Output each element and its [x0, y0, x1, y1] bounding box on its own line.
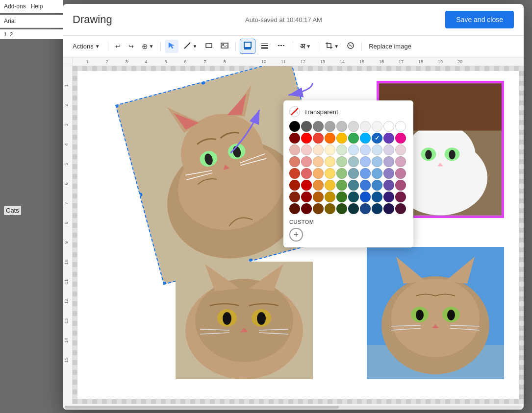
color-swatch[interactable]	[325, 180, 335, 191]
actions-button[interactable]: Actions ▼	[69, 41, 104, 52]
canvas[interactable]: Transparent CUSTOM +	[73, 66, 524, 404]
color-swatch[interactable]	[383, 121, 394, 132]
addons-menu[interactable]: Add-ons	[4, 3, 26, 10]
color-swatch[interactable]	[313, 203, 324, 214]
adjust-button[interactable]	[344, 40, 357, 53]
color-swatch[interactable]	[360, 192, 371, 202]
cat-tabby-bottom-image[interactable]	[176, 262, 313, 379]
scrollbar-thumb[interactable]	[65, 406, 339, 409]
color-swatch[interactable]	[301, 121, 312, 132]
text-tool-button[interactable]: अ ▼	[297, 40, 314, 52]
horizontal-scrollbar[interactable]	[63, 404, 524, 410]
color-swatch[interactable]	[372, 133, 382, 144]
color-swatch[interactable]	[301, 145, 312, 155]
color-swatch[interactable]	[325, 133, 335, 144]
color-swatch[interactable]	[348, 145, 359, 155]
color-swatch[interactable]	[313, 133, 324, 144]
color-swatch[interactable]	[395, 133, 406, 144]
color-swatch[interactable]	[336, 145, 347, 155]
color-swatch[interactable]	[372, 145, 382, 155]
color-swatch[interactable]	[383, 156, 394, 167]
color-swatch[interactable]	[313, 180, 324, 191]
color-swatch[interactable]	[325, 121, 335, 132]
color-swatch[interactable]	[372, 156, 382, 167]
help-menu[interactable]: Help	[31, 3, 43, 10]
color-swatch[interactable]	[348, 203, 359, 214]
line-tool-button[interactable]: ▼	[180, 40, 200, 53]
color-swatch[interactable]	[289, 133, 300, 144]
cat-outdoor-image[interactable]	[367, 247, 504, 379]
color-swatch[interactable]	[360, 145, 371, 155]
color-swatch[interactable]	[395, 203, 406, 214]
add-custom-color-button[interactable]: +	[289, 228, 303, 242]
border-color-button[interactable]	[240, 39, 255, 54]
color-swatch[interactable]	[301, 156, 312, 167]
color-swatch[interactable]	[348, 121, 359, 132]
redo-button[interactable]: ↪	[126, 41, 137, 52]
color-swatch[interactable]	[360, 180, 371, 191]
color-swatch[interactable]	[372, 180, 382, 191]
color-swatch[interactable]	[325, 156, 335, 167]
color-swatch[interactable]	[289, 203, 300, 214]
color-swatch[interactable]	[383, 180, 394, 191]
color-swatch[interactable]	[383, 133, 394, 144]
color-swatch[interactable]	[372, 203, 382, 214]
color-swatch[interactable]	[383, 168, 394, 179]
color-swatch[interactable]	[289, 121, 300, 132]
color-swatch[interactable]	[325, 145, 335, 155]
color-swatch[interactable]	[360, 121, 371, 132]
transparent-option[interactable]: Transparent	[289, 106, 407, 117]
zoom-button[interactable]: ⊕ ▼	[139, 40, 157, 53]
color-swatch[interactable]	[348, 168, 359, 179]
border-weight-button[interactable]	[257, 39, 272, 53]
color-swatch[interactable]	[313, 156, 324, 167]
replace-image-button[interactable]: Replace image	[366, 41, 414, 52]
color-swatch[interactable]	[348, 192, 359, 202]
color-swatch[interactable]	[301, 180, 312, 191]
color-swatch[interactable]	[360, 133, 371, 144]
color-swatch[interactable]	[348, 156, 359, 167]
color-swatch[interactable]	[301, 203, 312, 214]
color-swatch[interactable]	[336, 133, 347, 144]
color-swatch[interactable]	[395, 180, 406, 191]
color-swatch[interactable]	[336, 156, 347, 167]
color-swatch[interactable]	[383, 145, 394, 155]
undo-button[interactable]: ↩	[112, 41, 124, 52]
select-tool-button[interactable]	[165, 40, 178, 53]
color-swatch[interactable]	[395, 121, 406, 132]
crop-button[interactable]: ▼	[322, 40, 342, 53]
shape-tool-button[interactable]	[202, 40, 216, 53]
color-swatch[interactable]	[372, 192, 382, 202]
color-swatch[interactable]	[360, 203, 371, 214]
color-swatch[interactable]	[325, 168, 335, 179]
color-swatch[interactable]	[336, 121, 347, 132]
color-swatch[interactable]	[289, 156, 300, 167]
color-swatch[interactable]	[301, 168, 312, 179]
color-swatch[interactable]	[301, 133, 312, 144]
color-swatch[interactable]	[372, 121, 382, 132]
save-close-button[interactable]: Save and close	[445, 11, 514, 28]
image-tool-button[interactable]	[218, 40, 231, 53]
color-swatch[interactable]	[395, 168, 406, 179]
color-swatch[interactable]	[336, 180, 347, 191]
color-swatch[interactable]	[383, 192, 394, 202]
color-swatch[interactable]	[372, 168, 382, 179]
color-swatch[interactable]	[395, 156, 406, 167]
color-swatch[interactable]	[395, 145, 406, 155]
color-swatch[interactable]	[336, 203, 347, 214]
color-swatch[interactable]	[325, 192, 335, 202]
font-selector[interactable]: Arial	[4, 18, 16, 24]
color-swatch[interactable]	[313, 168, 324, 179]
color-swatch[interactable]	[313, 192, 324, 202]
color-swatch[interactable]	[336, 192, 347, 202]
color-swatch[interactable]	[336, 168, 347, 179]
color-swatch[interactable]	[360, 156, 371, 167]
color-swatch[interactable]	[289, 180, 300, 191]
color-swatch[interactable]	[289, 145, 300, 155]
color-swatch[interactable]	[289, 192, 300, 202]
color-swatch[interactable]	[395, 192, 406, 202]
color-swatch[interactable]	[348, 133, 359, 144]
color-swatch[interactable]	[301, 192, 312, 202]
color-swatch[interactable]	[325, 203, 335, 214]
color-swatch[interactable]	[313, 121, 324, 132]
